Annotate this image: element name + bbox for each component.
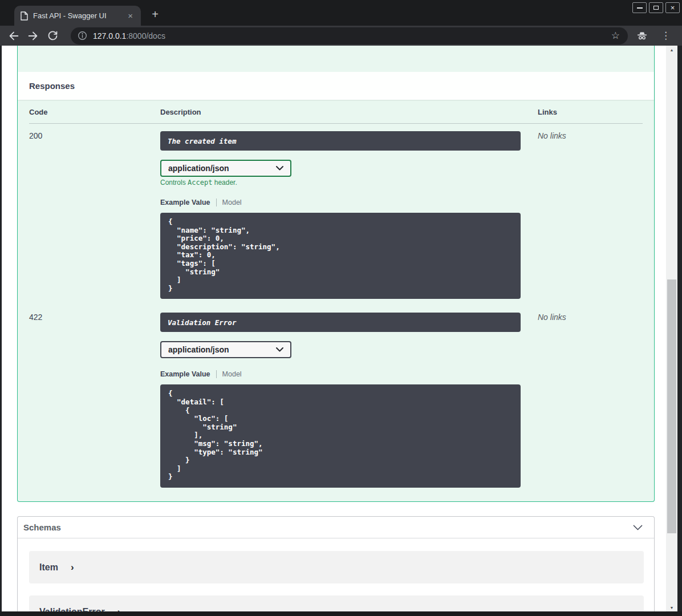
hint-suffix: header. [212,179,237,187]
response-description-box: The created item [160,131,521,151]
incognito-icon [636,30,648,42]
schemas-body: Item › ValidationError › [18,538,654,611]
bookmark-star-icon[interactable]: ☆ [609,31,622,40]
url-text: 127.0.0.1:8000/docs [93,31,609,40]
response-description-text: Validation Error [168,318,236,327]
column-header-code: Code [29,108,160,116]
column-header-description: Description [160,108,538,116]
tab-model[interactable]: Model [222,198,242,206]
media-type-value: application/json [168,164,229,173]
response-code: 422 [29,313,160,488]
response-row-200: 200 The created item application/json Co… [29,124,643,299]
example-model-tabs: Example Value Model [160,370,538,378]
site-info-icon[interactable] [78,31,87,40]
forward-button[interactable] [26,29,40,43]
tab-title: Fast API - Swagger UI [33,11,125,20]
media-type-select[interactable]: application/json [160,341,291,358]
chevron-right-icon[interactable]: › [117,607,121,611]
new-tab-button[interactable]: + [148,8,162,22]
page-file-icon [20,11,28,21]
response-links: No links [538,313,643,488]
page-scrollbar[interactable]: ▲ ▼ [666,46,677,611]
column-header-links: Links [538,108,643,116]
response-links: No links [538,131,643,299]
schemas-title: Schemas [23,522,61,532]
chevron-down-icon [276,166,283,171]
window-minimize-button[interactable] [632,2,647,13]
response-description-box: Validation Error [160,313,521,332]
address-bar[interactable]: 127.0.0.1:8000/docs ☆ [71,27,628,44]
example-json-block: { "detail": [ { "loc": [ "string" ], "ms… [160,384,521,488]
tab-model[interactable]: Model [222,370,242,378]
schemas-section: Schemas Item › ValidationError › [17,516,655,611]
response-description-text: The created item [168,137,236,145]
media-type-value: application/json [168,345,229,354]
window-maximize-button[interactable] [649,2,663,13]
browser-tab[interactable]: Fast API - Swagger UI × [14,6,141,26]
tab-close-icon[interactable]: × [125,10,135,21]
chevron-down-icon[interactable] [633,525,643,530]
model-name: ValidationError [39,607,105,612]
response-row-422: 422 Validation Error application/json Ex… [29,305,643,488]
url-host: 127.0.0.1 [93,31,126,40]
response-description-cell: The created item application/json Contro… [160,131,538,299]
accept-header-hint: Controls Accept header. [160,179,538,187]
opblock-responses-section: Responses Code Description Links 200 The… [17,46,655,502]
chevron-right-icon[interactable]: › [71,562,74,572]
url-path: :8000/docs [126,31,165,40]
reload-button[interactable] [46,29,59,43]
browser-titlebar: Fast API - Swagger UI × + × [0,0,682,26]
model-name: Item [39,562,58,573]
tab-divider [216,198,217,206]
chevron-down-icon [276,347,283,352]
example-model-tabs: Example Value Model [160,198,538,206]
opblock-body-spacer [18,46,654,72]
back-button[interactable] [7,29,21,43]
scrollbar-thumb[interactable] [667,279,676,533]
window-close-button[interactable]: × [665,2,680,13]
schema-model-validationerror[interactable]: ValidationError › [29,595,644,611]
browser-toolbar: 127.0.0.1:8000/docs ☆ ⋮ [0,26,682,46]
tab-divider [216,370,217,378]
media-type-select[interactable]: application/json [160,160,291,177]
tab-example-value[interactable]: Example Value [160,198,210,206]
scrollbar-up-arrow[interactable]: ▲ [666,46,677,54]
browser-menu-icon[interactable]: ⋮ [657,31,674,40]
schemas-header[interactable]: Schemas [18,517,654,538]
response-code: 200 [29,131,160,299]
window-controls: × [632,2,680,13]
schema-model-item[interactable]: Item › [29,551,644,583]
hint-prefix: Controls [160,179,188,187]
window-bottom-edge [0,611,682,616]
scrollbar-down-arrow[interactable]: ▼ [666,603,677,611]
page-content: Responses Code Description Links 200 The… [2,46,666,611]
hint-code: Accept [188,179,212,187]
responses-title: Responses [29,81,75,91]
tab-example-value[interactable]: Example Value [160,370,210,378]
response-description-cell: Validation Error application/json Exampl… [160,313,538,488]
responses-table-header: Code Description Links [29,108,643,124]
minimize-icon [637,7,643,9]
close-icon: × [671,4,675,11]
responses-table: Code Description Links 200 The created i… [18,100,654,501]
responses-header: Responses [18,72,654,100]
maximize-icon [653,6,659,10]
example-json-block: { "name": "string", "price": 0, "descrip… [160,213,521,299]
